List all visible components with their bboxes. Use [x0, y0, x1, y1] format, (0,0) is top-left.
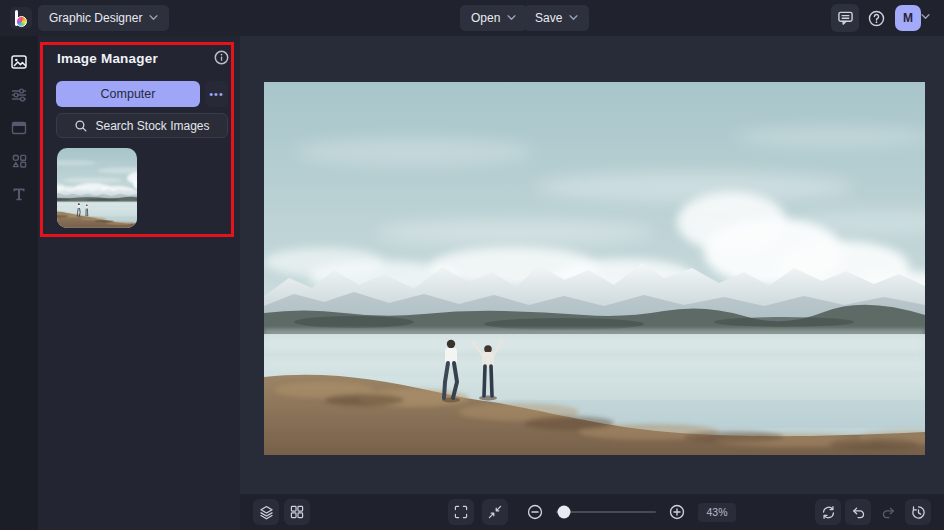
fit-screen-icon: [487, 504, 503, 520]
search-stock-label: Search Stock Images: [95, 119, 209, 133]
layers-icon: [258, 504, 275, 521]
image-icon: [9, 52, 29, 72]
fullscreen-icon: [453, 504, 469, 520]
help-button[interactable]: [864, 6, 888, 30]
save-dropdown-button[interactable]: Save: [524, 5, 589, 31]
redo-icon: [880, 504, 897, 521]
fit-to-screen-button[interactable]: [482, 499, 508, 525]
zoom-out-button[interactable]: [522, 499, 548, 525]
chevron-down-icon: [921, 14, 930, 20]
zoom-slider-knob[interactable]: [558, 506, 571, 519]
sidebar-item-text[interactable]: [0, 177, 38, 210]
layers-button[interactable]: [253, 499, 279, 525]
history-icon: [910, 504, 927, 521]
lakeshore-photo: [264, 82, 925, 455]
shapes-icon: [9, 151, 29, 171]
computer-upload-button[interactable]: Computer: [56, 81, 200, 107]
search-stock-images-button[interactable]: Search Stock Images: [56, 113, 228, 138]
undo-button[interactable]: [845, 499, 871, 525]
befunky-graphic-designer-app: { "header": { "mode_label": "Graphic Des…: [0, 0, 944, 530]
thumbnail-photo: [57, 148, 137, 228]
befunky-logo-icon[interactable]: [10, 7, 32, 29]
save-label: Save: [535, 11, 562, 25]
sidebar-item-graphics[interactable]: [0, 144, 38, 177]
panel-title: Image Manager: [57, 51, 158, 66]
search-icon: [74, 119, 88, 133]
reset-button[interactable]: [815, 499, 841, 525]
avatar[interactable]: M: [895, 5, 921, 31]
canvas-workspace[interactable]: [240, 36, 944, 494]
image-manager-panel: Image Manager Computer ••• Search Stock …: [38, 36, 240, 530]
chevron-down-icon: [569, 15, 578, 21]
comment-icon: [837, 10, 854, 26]
question-mark-icon: [867, 9, 886, 28]
zoom-slider[interactable]: [556, 511, 656, 513]
reset-icon: [820, 504, 837, 521]
zoom-in-button[interactable]: [664, 499, 690, 525]
sidebar-item-image-manager[interactable]: [0, 45, 38, 78]
open-dropdown-button[interactable]: Open: [460, 5, 527, 31]
redo-button[interactable]: [875, 499, 901, 525]
feedback-button[interactable]: [831, 4, 859, 32]
adjustments-icon: [9, 85, 29, 105]
uploaded-image-thumbnail[interactable]: [57, 148, 137, 228]
grid-icon: [289, 504, 305, 520]
more-sources-button[interactable]: •••: [205, 81, 228, 107]
canvas-toolbar: 43%: [240, 494, 944, 530]
account-menu-chevron[interactable]: [921, 14, 930, 20]
undo-icon: [850, 504, 867, 521]
sidebar-item-edit[interactable]: [0, 78, 38, 111]
mode-selector-label: Graphic Designer: [49, 11, 142, 25]
text-icon: [9, 184, 29, 204]
info-button[interactable]: [214, 50, 229, 65]
zoom-percentage: 43%: [698, 503, 736, 522]
history-button[interactable]: [905, 499, 931, 525]
grid-view-button[interactable]: [284, 499, 310, 525]
sidebar-item-templates[interactable]: [0, 111, 38, 144]
mode-selector-dropdown[interactable]: Graphic Designer: [38, 5, 169, 31]
info-icon: [214, 50, 229, 65]
fullscreen-button[interactable]: [448, 499, 474, 525]
template-icon: [9, 118, 29, 138]
chevron-down-icon: [507, 15, 516, 21]
minus-circle-icon: [526, 503, 544, 521]
tool-rail: [0, 36, 38, 530]
plus-circle-icon: [668, 503, 686, 521]
avatar-initial: M: [903, 11, 913, 25]
chevron-down-icon: [149, 15, 158, 21]
top-bar: Graphic Designer Open Save M: [0, 0, 944, 36]
open-label: Open: [471, 11, 500, 25]
canvas-photo[interactable]: [264, 82, 925, 455]
